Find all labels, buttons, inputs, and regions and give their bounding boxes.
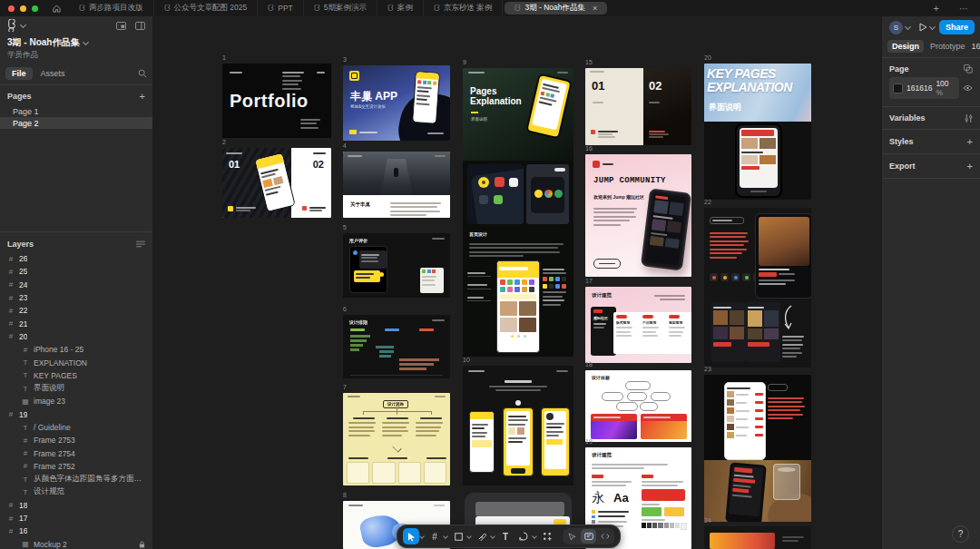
frame-chapter-0102[interactable]: 01 02 (585, 68, 691, 145)
page-item[interactable]: Page 1 (0, 105, 152, 117)
frame-user-reviews[interactable]: 用户评价 (343, 233, 450, 298)
frame-label[interactable]: 22 (704, 199, 711, 205)
variables-section-label[interactable]: Variables (889, 113, 926, 123)
layer-row[interactable]: # 21 (0, 317, 152, 329)
frame-about[interactable]: 关于丰巢 (343, 152, 450, 218)
frame-jump-community[interactable]: JUMP COMMUNITY 欢迎来到 Jump 潮玩社区 (585, 154, 691, 277)
file-tab[interactable]: 两步路项目改版 (69, 0, 154, 16)
frame-label[interactable]: 5 (343, 224, 347, 230)
file-tab[interactable]: PPT (258, 0, 304, 16)
layer-row[interactable]: T EXPLANATION (0, 356, 152, 368)
frame-label[interactable]: 8 (343, 492, 347, 498)
avatar[interactable]: S (889, 21, 903, 34)
zoom-window-button[interactable] (32, 5, 38, 12)
add-export-button[interactable]: + (967, 161, 973, 172)
file-tab[interactable]: 案例 (377, 0, 424, 16)
variables-sliders-icon[interactable] (965, 114, 973, 123)
actions-tool[interactable] (539, 528, 555, 544)
tab-design[interactable]: Design (887, 40, 924, 53)
frame-pages-explanation[interactable]: Pages Explanation 界面说明 (463, 68, 573, 357)
tab-file[interactable]: File (5, 67, 33, 80)
frame-label[interactable]: 15 (585, 59, 593, 65)
frame-label[interactable]: 2 (222, 139, 226, 145)
shape-tool[interactable] (450, 528, 466, 544)
layer-row[interactable]: # 16 (0, 524, 152, 537)
share-button[interactable]: Share (939, 20, 975, 34)
visibility-eye-icon[interactable] (963, 84, 973, 92)
layer-row[interactable]: # 26 (0, 252, 152, 265)
frame-portfolio-cover[interactable]: Portfolio (222, 64, 331, 138)
frame-label[interactable]: 1 (222, 54, 226, 61)
text-tool[interactable]: T (497, 528, 514, 544)
chevron-down-icon[interactable] (443, 534, 448, 539)
page-opacity-value[interactable]: 100 % (936, 79, 956, 97)
frame-detail-photo[interactable] (704, 375, 811, 522)
dev-mode-code-icon[interactable] (597, 529, 612, 544)
help-button[interactable]: ? (952, 525, 969, 543)
layer-row[interactable]: # 19 (0, 408, 152, 421)
styles-section-label[interactable]: Styles (889, 137, 914, 146)
move-tool[interactable] (403, 528, 419, 544)
chevron-down-icon[interactable] (905, 23, 911, 29)
layer-row[interactable]: T 界面说明 (0, 382, 152, 395)
main-menu[interactable] (7, 19, 25, 32)
layer-row[interactable]: # 17 (0, 512, 152, 524)
frame-label[interactable]: 19 (585, 438, 593, 445)
frame-label[interactable]: 16 (585, 145, 593, 152)
home-icon[interactable] (47, 2, 65, 15)
frame-jump-guidelines[interactable]: 设计规范 潮玩社区 版式规范 产品规范 视觉规范 (585, 287, 691, 363)
chevron-down-icon[interactable] (466, 534, 472, 539)
frame-page-analysis[interactable] (704, 208, 811, 368)
frame-label[interactable]: 18 (585, 361, 593, 368)
frame-24[interactable] (704, 526, 811, 549)
chevron-down-icon[interactable] (490, 534, 495, 539)
layer-row[interactable]: # Frame 2752 (0, 460, 152, 473)
layer-row[interactable]: T 设计规范 (0, 485, 152, 498)
frame-label[interactable]: 9 (463, 59, 466, 65)
frame-label[interactable]: 4 (343, 142, 347, 149)
chevron-down-icon[interactable] (532, 534, 537, 539)
file-tab[interactable]: 公众号文章配图 2025 (154, 0, 259, 16)
canvas[interactable]: 1 Portfolio 2 01 02 (152, 16, 882, 549)
pen-tool[interactable] (474, 528, 490, 544)
layer-row[interactable]: # 24 (0, 279, 152, 291)
zoom-level[interactable]: 16% (972, 42, 980, 51)
frame-design-thinking[interactable]: 设计思路 (343, 393, 450, 485)
layer-row[interactable]: # 23 (0, 291, 152, 304)
collab-cursor-icon[interactable] (564, 529, 580, 544)
layer-row[interactable]: ▦ image 23 (0, 395, 152, 407)
frame-design-schedule[interactable]: 设计排期 (343, 315, 450, 378)
pip-icon[interactable] (116, 22, 126, 30)
frame-label[interactable]: 23 (704, 366, 711, 372)
frame-label[interactable]: 20 (704, 54, 711, 61)
frame-label[interactable]: 17 (585, 278, 593, 284)
new-tab-button[interactable]: + (925, 3, 948, 14)
file-tab[interactable]: 3期 - Noah作品集 × (505, 2, 607, 15)
layer-row[interactable]: # iPhone 16 - 25 (0, 343, 152, 356)
sidebar-toggle-icon[interactable] (135, 22, 145, 30)
export-section-label[interactable]: Export (889, 162, 916, 171)
frame-label[interactable]: 10 (463, 357, 470, 363)
frame-label[interactable]: 24 (704, 517, 711, 524)
layer-row[interactable]: # 22 (0, 304, 152, 317)
close-tab-icon[interactable]: × (593, 5, 597, 13)
color-swatch[interactable] (893, 83, 903, 93)
add-page-button[interactable]: + (140, 91, 145, 102)
frame-screens-overview[interactable] (463, 366, 573, 485)
layer-row[interactable]: T KEY PAGES (0, 369, 152, 382)
frame-tool[interactable]: # (426, 528, 443, 544)
add-style-button[interactable]: + (967, 136, 973, 147)
chevron-down-icon[interactable] (929, 23, 936, 29)
layer-row[interactable]: ▦ Mockup 2 (0, 538, 152, 549)
frame-design-goals[interactable]: 设计目标 (585, 370, 691, 442)
layer-row[interactable]: T 从颜色字体边距圆角等多方面进行规范加之重塑品牌 Logo 使其 (0, 473, 152, 485)
layer-row[interactable]: # 25 (0, 265, 152, 278)
present-play-icon[interactable] (919, 23, 927, 32)
layer-row[interactable]: # 18 (0, 499, 152, 512)
frame-mockup-0102[interactable]: 01 02 (222, 148, 331, 218)
page-grid-icon[interactable] (964, 64, 973, 74)
frame-key-pages[interactable]: KEY PAGES EXPLANATION 界面说明 (704, 64, 811, 200)
frame-fengchao-cover[interactable]: 丰巢 APP 视觉&交互设计改版 (343, 65, 450, 141)
close-window-button[interactable] (8, 5, 15, 12)
file-tab[interactable]: 5期案例演示 (304, 0, 377, 16)
